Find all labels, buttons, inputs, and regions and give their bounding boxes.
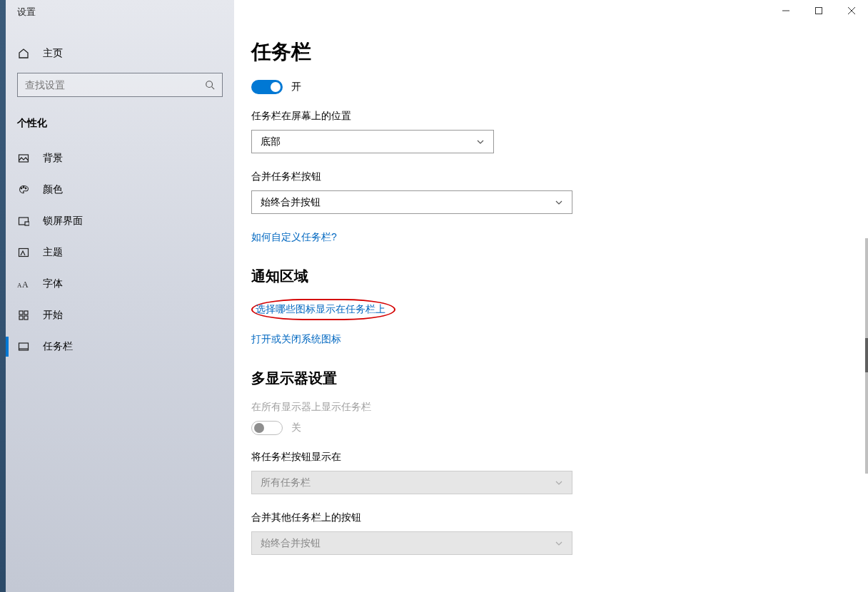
svg-point-0: [206, 81, 213, 88]
scrollbar-thumb[interactable]: [865, 338, 868, 372]
combine-value: 始终合并按钮: [261, 196, 321, 209]
nav-label: 任务栏: [43, 340, 73, 353]
theme-icon: [17, 247, 30, 258]
scrollbar-track[interactable]: [865, 238, 868, 474]
svg-rect-17: [816, 8, 822, 14]
search-icon: [205, 80, 215, 90]
multi-where-value: 所有任务栏: [261, 476, 311, 489]
multimonitor-heading: 多显示器设置: [251, 369, 802, 388]
multi-combine-value: 始终合并按钮: [261, 537, 321, 550]
nav-item-background[interactable]: 背景: [6, 143, 234, 174]
toggle-1-state: 开: [291, 81, 301, 93]
chevron-down-icon: [555, 539, 563, 548]
position-dropdown[interactable]: 底部: [251, 130, 494, 153]
sidebar-section-title: 个性化: [6, 97, 234, 143]
nav-item-colors[interactable]: 颜色: [6, 174, 234, 205]
svg-rect-13: [24, 316, 28, 320]
annotation-circle: 选择哪些图标显示在任务栏上: [251, 299, 395, 320]
palette-icon: [17, 184, 30, 195]
toggle-1[interactable]: [251, 80, 283, 94]
desktop-edge: [0, 0, 6, 592]
svg-rect-10: [19, 311, 23, 315]
nav-item-themes[interactable]: 主题: [6, 237, 234, 268]
combine-label: 合并任务栏按钮: [251, 170, 802, 183]
svg-point-4: [25, 188, 26, 189]
nav-item-lockscreen[interactable]: 锁屏界面: [6, 205, 234, 237]
nav-label: 主题: [43, 246, 63, 259]
system-icons-link[interactable]: 打开或关闭系统图标: [251, 333, 341, 346]
picture-icon: [17, 153, 30, 164]
chevron-down-icon: [555, 479, 563, 487]
multi-combine-label: 合并其他任务栏上的按钮: [251, 511, 802, 524]
toggle-row-1: 开: [251, 80, 802, 94]
window-root: 设置 主页 个性化: [0, 0, 868, 592]
app-title: 设置: [6, 0, 234, 19]
search-input[interactable]: [25, 79, 186, 91]
nav-item-taskbar[interactable]: 任务栏: [6, 331, 234, 362]
help-link[interactable]: 如何自定义任务栏?: [251, 231, 337, 244]
home-label: 主页: [43, 47, 63, 60]
select-icons-link[interactable]: 选择哪些图标显示在任务栏上: [256, 303, 385, 316]
nav-item-start[interactable]: 开始: [6, 300, 234, 331]
page-title: 任务栏: [251, 39, 802, 66]
position-value: 底部: [261, 136, 281, 148]
multi-combine-dropdown: 始终合并按钮: [251, 531, 572, 555]
multi-toggle-state: 关: [291, 422, 301, 434]
nav-label: 颜色: [43, 183, 63, 196]
svg-text:A: A: [17, 282, 22, 289]
sidebar: 设置 主页 个性化: [6, 0, 234, 592]
multi-toggle-row: 关: [251, 421, 802, 435]
svg-text:A: A: [22, 280, 29, 290]
close-button[interactable]: [835, 0, 868, 21]
nav-label: 锁屏界面: [43, 215, 83, 228]
taskbar-icon: [17, 341, 30, 352]
multi-show-label: 在所有显示器上显示任务栏: [251, 401, 802, 414]
position-label: 任务栏在屏幕上的位置: [251, 110, 802, 123]
content-scroll[interactable]: 任务栏 开 任务栏在屏幕上的位置 底部 合并任务栏按钮 始终合并按钮: [234, 24, 868, 592]
svg-rect-6: [25, 222, 29, 225]
chevron-down-icon: [476, 138, 485, 146]
minimize-button[interactable]: [769, 0, 802, 21]
multi-toggle: [251, 421, 283, 435]
search-box[interactable]: [17, 73, 223, 97]
titlebar: [234, 0, 868, 24]
svg-rect-12: [19, 316, 23, 320]
nav-list: 背景 颜色 锁屏界面 主题: [6, 143, 234, 362]
notification-heading: 通知区域: [251, 267, 802, 286]
combine-dropdown[interactable]: 始终合并按钮: [251, 190, 572, 214]
multi-where-dropdown: 所有任务栏: [251, 471, 572, 494]
maximize-button[interactable]: [802, 0, 835, 21]
nav-label: 字体: [43, 277, 63, 290]
multi-where-label: 将任务栏按钮显示在: [251, 451, 802, 464]
nav-item-fonts[interactable]: AA 字体: [6, 268, 234, 300]
chevron-down-icon: [555, 198, 563, 207]
svg-point-3: [23, 187, 24, 188]
home-icon: [17, 48, 30, 59]
sidebar-home[interactable]: 主页: [6, 40, 234, 67]
lockscreen-icon: [17, 215, 30, 227]
nav-label: 开始: [43, 309, 63, 322]
nav-label: 背景: [43, 152, 63, 165]
svg-point-2: [21, 188, 22, 189]
svg-rect-11: [24, 311, 28, 315]
start-icon: [17, 310, 30, 321]
content: 任务栏 开 任务栏在屏幕上的位置 底部 合并任务栏按钮 始终合并按钮: [234, 24, 819, 592]
font-icon: AA: [17, 278, 30, 290]
main-panel: 任务栏 开 任务栏在屏幕上的位置 底部 合并任务栏按钮 始终合并按钮: [234, 0, 868, 592]
